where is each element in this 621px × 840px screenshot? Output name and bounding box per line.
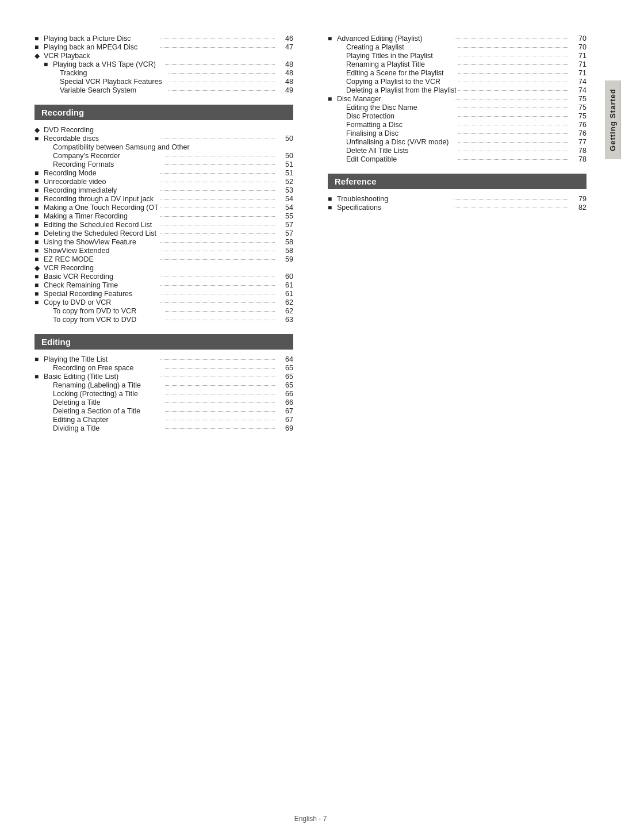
toc-dots [160, 259, 275, 260]
list-item: Tracking48 [34, 69, 293, 77]
toc-dots [160, 173, 275, 174]
toc-page-number: 71 [570, 52, 586, 60]
square-bullet: ■ [34, 43, 43, 51]
toc-entry-label: VCR Playback [44, 52, 293, 60]
toc-page-number: 82 [570, 204, 586, 212]
toc-dots [165, 394, 275, 394]
toc-dots [458, 64, 568, 65]
diamond-bullet: ◆ [34, 126, 43, 134]
right-top-items: ■Advanced Editing (Playlist)70Creating a… [328, 34, 586, 163]
list-item: Delete All Title Lists78 [328, 147, 586, 155]
toc-entry-label: Making a One Touch Recording (OTR) [44, 204, 158, 212]
toc-page-number: 51 [277, 160, 293, 168]
square-bullet: ■ [34, 355, 43, 363]
toc-page-number: 65 [277, 373, 293, 381]
toc-entry-label: Playing back a Picture Disc [44, 34, 158, 43]
toc-dots [458, 125, 568, 125]
list-item: ■Playing back a VHS Tape (VCR)48 [34, 60, 293, 68]
toc-dots [458, 82, 568, 82]
toc-dots [160, 182, 275, 182]
list-item: To copy from DVD to VCR62 [34, 307, 293, 315]
toc-entry-label: Playing Titles in the Playlist [346, 52, 456, 60]
square-bullet: ■ [34, 298, 43, 306]
list-item: ◆DVD Recording [34, 126, 293, 134]
toc-dots [160, 285, 275, 286]
list-item: Recording on Free space65 [34, 364, 293, 372]
square-bullet: ■ [34, 212, 43, 220]
list-item: Finalising a Disc76 [328, 129, 586, 137]
square-bullet: ■ [34, 221, 43, 229]
square-bullet: ■ [34, 135, 43, 143]
toc-page-number: 67 [277, 407, 293, 415]
reference-section-header: Reference [328, 174, 586, 189]
toc-dots [160, 251, 275, 251]
list-item: Unfinalising a Disc (V/VR mode)77 [328, 138, 586, 146]
toc-entry-label: Editing the Scheduled Record List [44, 221, 158, 229]
toc-dots [168, 90, 275, 91]
toc-page-number: 61 [277, 290, 293, 298]
list-item: Company's Recorder50 [34, 152, 293, 160]
toc-entry-label: Editing a Scene for the Playlist [346, 69, 456, 77]
list-item: ■Making a One Touch Recording (OTR)54 [34, 204, 293, 212]
toc-page-number: 71 [570, 60, 586, 68]
toc-dots [165, 411, 275, 412]
toc-entry-label: Disc Manager [337, 95, 451, 103]
list-item: ■Playing the Title List64 [34, 355, 293, 363]
toc-dots [454, 199, 568, 200]
toc-entry-label: Variable Search System [60, 86, 166, 94]
toc-entry-label: Recording through a DV Input jack [44, 195, 158, 203]
list-item: ■Using the ShowView Feature58 [34, 238, 293, 246]
square-bullet: ■ [34, 204, 43, 212]
toc-page-number: 79 [570, 195, 586, 203]
toc-entry-label: Deleting a Title [53, 398, 163, 406]
square-bullet: ■ [34, 273, 43, 281]
toc-page-number: 53 [277, 186, 293, 194]
toc-page-number: 70 [570, 34, 586, 43]
toc-entry-label: Playing the Title List [44, 355, 158, 363]
square-bullet: ■ [328, 204, 336, 212]
list-item: ■Basic VCR Recording60 [34, 273, 293, 281]
list-item: Special VCR Playback Features48 [34, 78, 293, 86]
toc-page-number: 74 [570, 78, 586, 86]
list-item: Formatting a Disc76 [328, 121, 586, 129]
side-tab: Getting Started [605, 80, 621, 159]
toc-dots [165, 311, 275, 312]
toc-dots [160, 242, 275, 243]
toc-entry-label: Company's Recorder [53, 152, 163, 160]
toc-page-number: 70 [570, 43, 586, 51]
toc-entry-label: Deleting a Playlist from the Playlist [346, 86, 456, 94]
toc-entry-label: Specifications [337, 204, 451, 212]
square-bullet: ■ [34, 238, 43, 246]
square-bullet: ■ [34, 34, 43, 43]
toc-page-number: 61 [277, 281, 293, 289]
diamond-bullet: ◆ [34, 52, 43, 60]
toc-page-number: 64 [277, 355, 293, 363]
toc-entry-label: Dividing a Title [53, 424, 163, 432]
toc-dots [458, 47, 568, 48]
toc-dots [165, 320, 275, 320]
toc-page-number: 48 [277, 69, 293, 77]
toc-page-number: 75 [570, 103, 586, 112]
list-item: Renaming (Labeling) a Title65 [34, 381, 293, 389]
toc-entry-label: Advanced Editing (Playlist) [337, 34, 451, 43]
square-bullet: ■ [34, 195, 43, 203]
toc-entry-label: Basic VCR Recording [44, 273, 158, 281]
toc-dots [165, 420, 275, 420]
toc-entry-label: Creating a Playlist [346, 43, 456, 51]
toc-page-number: 67 [277, 416, 293, 424]
toc-entry-label: VCR Recording [44, 264, 293, 272]
list-item: Playing Titles in the Playlist71 [328, 52, 586, 60]
toc-page-number: 54 [277, 204, 293, 212]
toc-page-number: 75 [570, 95, 586, 103]
toc-page-number: 52 [277, 178, 293, 186]
toc-dots [160, 359, 275, 360]
editing-section-header: Editing [34, 334, 293, 350]
square-bullet: ■ [44, 60, 52, 68]
list-item: ■Making a Timer Recording55 [34, 212, 293, 220]
list-item: ■Unrecordable video52 [34, 178, 293, 186]
toc-page-number: 49 [277, 86, 293, 94]
toc-entry-label: Special Recording Features [44, 290, 158, 298]
list-item: Copying a Playlist to the VCR74 [328, 78, 586, 86]
reference-items: ■Troubleshooting79■Specifications82 [328, 195, 586, 212]
toc-entry-label: Compatibility between Samsung and Other [53, 143, 293, 151]
